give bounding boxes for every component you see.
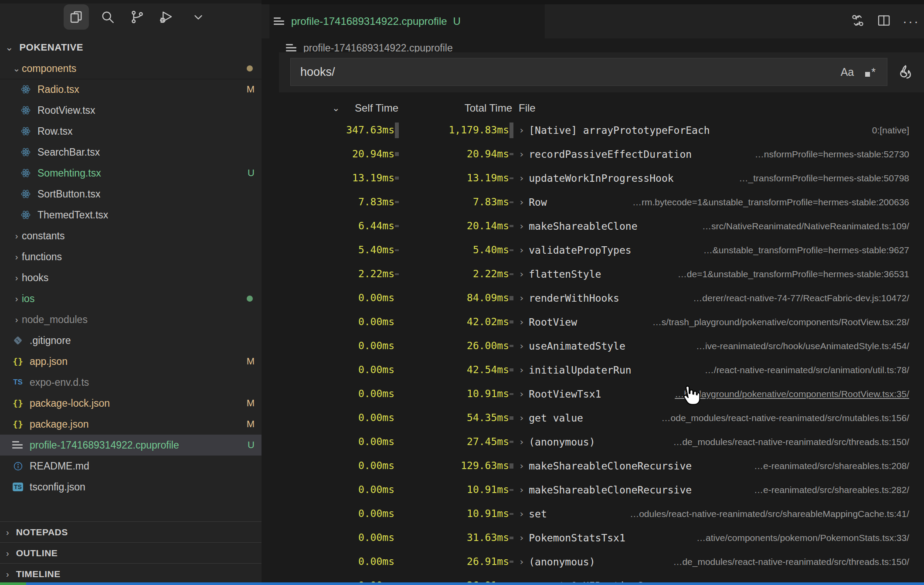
chevron-right-icon[interactable]: › [519,125,524,136]
file-location-link[interactable]: …odules/react-native-reanimated/src/shar… [617,509,909,519]
folder-item-node-modules[interactable]: ›node_modules [0,309,262,330]
profile-row[interactable]: 20.94ms20.94ms›recordPassiveEffectDurati… [262,142,924,166]
profile-row[interactable]: 5.40ms5.40ms›validatePropTypes…&unstable… [262,238,924,262]
profile-row[interactable]: 347.63ms1,179.83ms›[Native] arrayPrototy… [262,118,924,142]
file-item-package-lock-json[interactable]: {}package-lock.jsonM [0,393,262,414]
file-item-searchbar-tsx[interactable]: SearchBar.tsx [0,142,262,163]
file-location-link[interactable]: …h_playground/pokenative/components/Root… [662,389,909,399]
file-location-link[interactable]: …rm.bytecode=1&unstable_transformProfile… [619,197,909,207]
profile-row[interactable]: 0.00ms54.35ms›get value…ode_modules/reac… [262,406,924,430]
chevron-right-icon[interactable]: › [519,460,524,471]
chevron-right-icon[interactable]: › [519,508,524,519]
file-location-link[interactable]: …_transformProfile=hermes-stable:50798 [726,173,909,184]
explorer-root-header[interactable]: ⌄ POKENATIVE [0,37,262,58]
open-changes-icon[interactable] [850,13,865,30]
profile-row[interactable]: 0.00ms26.00ms›useAnimatedStyle…ive-reani… [262,334,924,358]
profile-row[interactable]: 6.44ms20.14ms›makeShareableClone…src/Nat… [262,214,924,238]
folder-item-functions[interactable]: ›functions [0,246,262,267]
file-item-sortbutton-tsx[interactable]: SortButton.tsx [0,184,262,204]
profile-row[interactable]: 13.19ms13.19ms›updateWorkInProgressHook…… [262,166,924,190]
flame-graph-button[interactable] [894,61,916,83]
time-gauge-bar [510,561,513,563]
file-location-link[interactable]: …de_modules/react-native-reanimated/src/… [660,437,909,447]
column-file[interactable]: File [519,102,536,114]
profile-row[interactable]: 0.00ms10.91ms›makeShareableCloneRecursiv… [262,478,924,502]
profile-row[interactable]: 0.00ms84.09ms›renderWithHooks…derer/reac… [262,286,924,310]
chevron-right-icon[interactable]: › [519,269,524,279]
filter-input[interactable]: hooks/ Aa * [290,58,887,86]
file-location-link[interactable]: …&unstable_transformProfile=hermes-stabl… [690,245,909,255]
chevron-right-icon[interactable]: › [519,221,524,231]
chevron-right-icon[interactable]: › [519,364,524,375]
chevron-right-icon[interactable]: › [519,388,524,399]
file-location-link[interactable]: …de=1&unstable_transformProfile=hermes-s… [665,269,909,279]
split-editor-icon[interactable] [876,13,891,30]
run-debug-icon[interactable] [153,4,179,30]
profile-row[interactable]: 0.00ms10.91ms›set…odules/react-native-re… [262,502,924,526]
filter-value: hooks/ [300,65,841,79]
chevron-right-icon[interactable]: › [519,436,524,447]
chevron-right-icon[interactable]: › [519,292,524,303]
chevron-right-icon[interactable]: › [519,412,524,423]
section-outline[interactable]: ›OUTLINE [0,542,262,564]
source-control-icon[interactable] [125,4,150,30]
profile-row[interactable]: 0.00ms31.63ms›PokemonStatsTsx1…ative/com… [262,526,924,550]
regex-button[interactable]: * [865,66,876,78]
chevron-right-icon[interactable]: › [519,556,524,567]
more-actions-icon[interactable]: ··· [903,19,920,24]
file-location-link[interactable]: …ive-reanimated/src/hook/useAnimatedStyl… [683,341,909,351]
file-item-app-json[interactable]: {}app.jsonM [0,351,262,372]
file-location-link[interactable]: …e-reanimated/src/shareables.ts:282/ [741,485,909,495]
profile-row[interactable]: 7.83ms7.83ms›Row…rm.bytecode=1&unstable_… [262,190,924,214]
file-location-link[interactable]: 0:[native] [859,125,909,136]
column-total-time[interactable]: Total Time [401,102,512,114]
column-self-time[interactable]: Self Time [262,102,398,114]
explorer-icon[interactable] [64,4,89,30]
search-icon[interactable] [95,4,120,30]
folder-item-ios[interactable]: ›ios [0,288,262,309]
file-item-readme-md[interactable]: README.md [0,456,262,476]
chevron-right-icon[interactable]: › [519,197,524,207]
file-item-expo-env-d-ts[interactable]: TSexpo-env.d.ts [0,372,262,393]
tab-cpuprofile[interactable]: profile-1741689314922.cpuprofile U [269,4,545,38]
file-location-link[interactable]: …/react-native-reanimated/src/animation/… [692,365,909,375]
chevron-right-icon[interactable]: › [519,173,524,184]
folder-item-hooks[interactable]: ›hooks [0,267,262,288]
file-item-rootview-tsx[interactable]: RootView.tsx [0,100,262,121]
chevron-right-icon[interactable]: › [519,532,524,543]
profile-row[interactable]: 0.00ms129.63ms›makeShareableCloneRecursi… [262,454,924,478]
file-item-themedtext-tsx[interactable]: ThemedText.tsx [0,204,262,225]
chevron-right-icon[interactable]: › [519,340,524,351]
file-item-row-tsx[interactable]: Row.tsx [0,121,262,142]
profile-row[interactable]: 0.00ms10.91ms›RootViewTsx1…h_playground/… [262,382,924,406]
profile-row[interactable]: 0.00ms42.54ms›initialUpdaterRun…/react-n… [262,358,924,382]
profile-row[interactable]: 0.00ms27.45ms›(anonymous)…de_modules/rea… [262,430,924,454]
file-location-link[interactable]: …derer/react-native-74-77/ReactFabric-de… [680,293,909,303]
profile-row[interactable]: 0.00ms26.91ms›(anonymous)…de_modules/rea… [262,550,924,574]
file-item-profile-1741689314922-cpuprofile[interactable]: profile-1741689314922.cpuprofileU [0,435,262,456]
section-timeline[interactable]: ›TIMELINE [0,563,262,585]
match-case-button[interactable]: Aa [841,66,854,78]
file-location-link[interactable]: …e-reanimated/src/shareables.ts:208/ [741,461,909,471]
file-item-tsconfig-json[interactable]: TStsconfig.json [0,476,262,497]
profile-row[interactable]: 0.00ms42.02ms›RootView…s/trash_playgroun… [262,310,924,334]
file-location-link[interactable]: …s/trash_playground/pokenative/component… [639,317,909,327]
file-location-link[interactable]: …ode_modules/react-native-reanimated/src… [649,413,909,423]
chevron-right-icon[interactable]: › [519,316,524,327]
folder-item-constants[interactable]: ›constants [0,225,262,246]
folder-item-components[interactable]: ⌄components [0,58,262,79]
section-notepads[interactable]: ›NOTEPADS [0,521,262,543]
profile-row[interactable]: 2.22ms2.22ms›flattenStyle…de=1&unstable_… [262,262,924,286]
chevron-right-icon[interactable]: › [519,245,524,255]
file-location-link[interactable]: …ative/components/pokemon/PokemonStats.t… [683,533,909,543]
chevron-right-icon[interactable]: › [519,149,524,160]
file-item-package-json[interactable]: {}package.jsonM [0,414,262,435]
file-location-link[interactable]: …de_modules/react-native-reanimated/src/… [660,557,909,567]
file-location-link[interactable]: …nsformProfile=hermes-stable:52730 [742,149,909,160]
chevron-right-icon[interactable]: › [519,484,524,495]
file-location-link[interactable]: …src/NativeReanimated/NativeReanimated.t… [689,221,909,231]
file-item-somehting-tsx[interactable]: Somehting.tsxU [0,163,262,184]
more-views-icon[interactable] [186,4,211,30]
file-item-radio-tsx[interactable]: Radio.tsxM [0,79,262,100]
file-item--gitignore[interactable]: .gitignore [0,330,262,351]
